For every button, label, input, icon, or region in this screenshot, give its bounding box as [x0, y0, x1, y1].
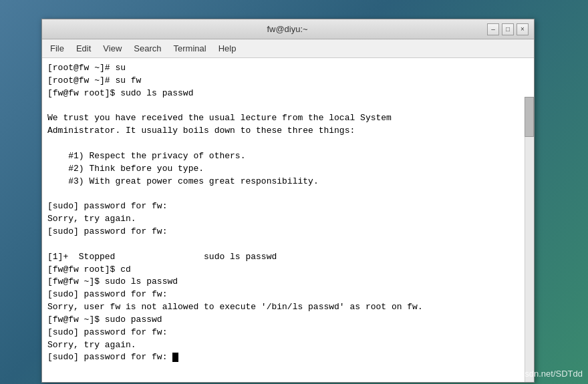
menu-view[interactable]: View [98, 41, 127, 55]
desktop: fw@diyu:~ – □ × File Edit View Search Te… [0, 0, 588, 384]
scrollbar-thumb[interactable] [525, 97, 534, 137]
menu-edit[interactable]: Edit [71, 41, 96, 55]
window-controls: – □ × [487, 23, 529, 35]
watermark-text: https://blog.csdn.net/SDTdd [476, 369, 583, 379]
minimize-button[interactable]: – [487, 23, 499, 35]
title-bar: fw@diyu:~ – □ × [42, 19, 534, 39]
menu-bar: File Edit View Search Terminal Help [42, 39, 534, 58]
menu-terminal[interactable]: Terminal [168, 41, 212, 55]
window-title: fw@diyu:~ [88, 24, 487, 34]
menu-help[interactable]: Help [213, 41, 242, 55]
terminal-text: [root@fw ~]# su [root@fw ~]# su fw [fw@f… [47, 62, 529, 364]
terminal-body: [root@fw ~]# su [root@fw ~]# su fw [fw@f… [42, 58, 534, 382]
scrollbar-track [525, 97, 534, 382]
menu-search[interactable]: Search [128, 41, 166, 55]
terminal-window: fw@diyu:~ – □ × File Edit View Search Te… [41, 19, 535, 383]
maximize-button[interactable]: □ [502, 23, 514, 35]
terminal-cursor [172, 353, 178, 362]
menu-file[interactable]: File [45, 41, 69, 55]
close-button[interactable]: × [517, 23, 529, 35]
terminal-content[interactable]: [root@fw ~]# su [root@fw ~]# su fw [fw@f… [42, 58, 534, 368]
